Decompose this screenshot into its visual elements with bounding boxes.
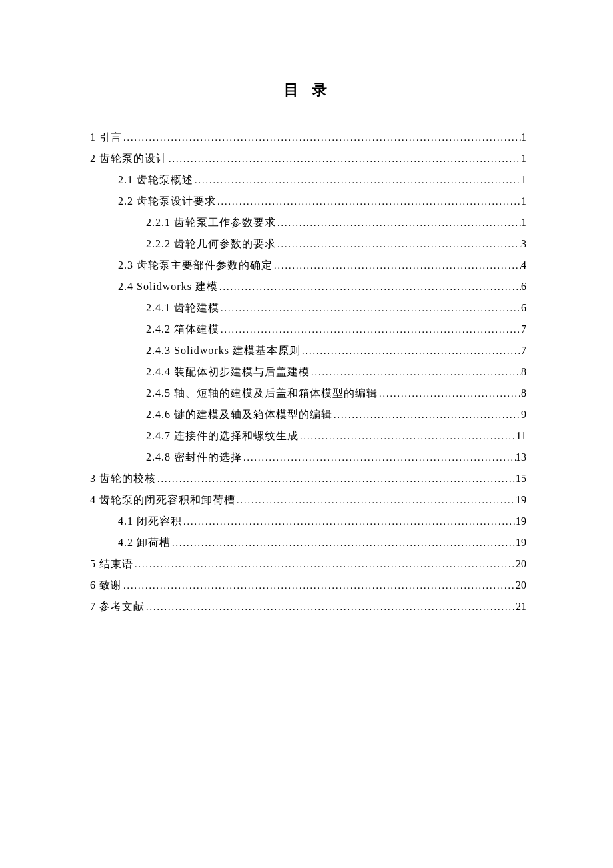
toc-entry: 3 齿轮的校核15: [90, 468, 526, 489]
toc-entry-page: 1: [521, 127, 526, 148]
toc-entry: 4 齿轮泵的闭死容积和卸荷槽19: [90, 489, 526, 511]
toc-leader-dots: [218, 278, 521, 297]
toc-leader-dots: [145, 598, 516, 617]
toc-entry: 2.2.1 齿轮泵工作参数要求1: [90, 212, 526, 233]
toc-leader-dots: [276, 214, 521, 233]
toc-leader-dots: [167, 150, 521, 169]
toc-entry-label: 2.4.6 键的建模及轴及箱体模型的编辑: [146, 404, 332, 425]
toc-entry-page: 15: [516, 468, 526, 489]
toc-entry-label: 2.2.1 齿轮泵工作参数要求: [146, 212, 276, 233]
toc-entry-label: 3 齿轮的校核: [90, 468, 156, 489]
toc-entry-page: 13: [516, 447, 526, 468]
toc-entry: 7 参考文献21: [90, 596, 526, 617]
toc-entry-page: 1: [521, 191, 526, 212]
toc-entry-label: 6 致谢: [90, 575, 122, 596]
toc-entry: 2.4.4 装配体初步建模与后盖建模8: [90, 361, 526, 383]
toc-leader-dots: [273, 257, 521, 275]
toc-leader-dots: [182, 513, 516, 531]
toc-leader-dots: [193, 171, 521, 190]
toc-leader-dots: [122, 129, 521, 147]
toc-entry-label: 2.4.1 齿轮建模: [146, 297, 219, 319]
toc-entry-label: 4.2 卸荷槽: [118, 532, 171, 553]
toc-leader-dots: [310, 363, 521, 382]
toc-leader-dots: [219, 299, 521, 318]
toc-entry-label: 2.4.5 轴、短轴的建模及后盖和箱体模型的编辑: [146, 383, 378, 404]
toc-entry-label: 4 齿轮泵的闭死容积和卸荷槽: [90, 489, 235, 511]
toc-entry-page: 3: [521, 233, 526, 255]
toc-entry: 2 齿轮泵的设计1: [90, 148, 526, 169]
toc-entry: 2.2.2 齿轮几何参数的要求3: [90, 233, 526, 255]
toc-entry-page: 1: [521, 169, 526, 191]
toc-entry-label: 2 齿轮泵的设计: [90, 148, 167, 169]
toc-entry-label: 2.2.2 齿轮几何参数的要求: [146, 233, 276, 255]
toc-entry: 2.4.3 Solidworks 建模基本原则7: [90, 340, 526, 361]
toc-entry-page: 19: [516, 489, 526, 511]
toc-entry-label: 7 参考文献: [90, 596, 145, 617]
toc-leader-dots: [156, 470, 516, 489]
toc-entry-page: 7: [521, 319, 526, 340]
toc-entry: 2.4.1 齿轮建模6: [90, 297, 526, 319]
toc-entry-label: 2.2 齿轮泵设计要求: [118, 191, 216, 212]
toc-entry-label: 4.1 闭死容积: [118, 511, 182, 532]
toc-leader-dots: [219, 321, 521, 339]
toc-entry-label: 2.4.3 Solidworks 建模基本原则: [146, 340, 301, 361]
toc-entry-label: 2.4.7 连接件的选择和螺纹生成: [146, 425, 299, 447]
toc-leader-dots: [332, 406, 521, 425]
toc-entry-page: 1: [521, 148, 526, 169]
toc-entry: 2.4.7 连接件的选择和螺纹生成11: [90, 425, 526, 447]
toc-leader-dots: [378, 385, 521, 403]
toc-entry: 2.1 齿轮泵概述1: [90, 169, 526, 191]
toc-entry: 1 引言1: [90, 127, 526, 148]
toc-leader-dots: [133, 555, 516, 574]
toc-entry-label: 2.3 齿轮泵主要部件参数的确定: [118, 255, 273, 276]
toc-entry: 2.4.8 密封件的选择13: [90, 447, 526, 468]
toc-entry: 4.2 卸荷槽19: [90, 532, 526, 553]
toc-entry-page: 6: [521, 276, 526, 297]
toc-entry-page: 11: [516, 425, 526, 447]
toc-leader-dots: [276, 235, 521, 254]
toc-entry-page: 20: [516, 575, 526, 596]
toc-entry: 2.4.6 键的建模及轴及箱体模型的编辑9: [90, 404, 526, 425]
toc-leader-dots: [122, 577, 516, 595]
toc-entry-page: 7: [521, 340, 526, 361]
toc-entry-label: 2.1 齿轮泵概述: [118, 169, 193, 191]
toc-entry-page: 20: [516, 553, 526, 575]
toc-leader-dots: [242, 449, 516, 467]
toc-leader-dots: [301, 342, 521, 361]
toc-entry-page: 8: [521, 383, 526, 404]
toc-list: 1 引言12 齿轮泵的设计12.1 齿轮泵概述12.2 齿轮泵设计要求12.2.…: [90, 127, 526, 617]
toc-entry-page: 8: [521, 361, 526, 383]
toc-entry: 2.3 齿轮泵主要部件参数的确定4: [90, 255, 526, 276]
toc-entry-page: 21: [516, 596, 526, 617]
toc-entry-label: 2.4.8 密封件的选择: [146, 447, 242, 468]
toc-entry-label: 2.4.4 装配体初步建模与后盖建模: [146, 361, 310, 383]
toc-entry: 2.2 齿轮泵设计要求1: [90, 191, 526, 212]
toc-entry-page: 19: [516, 532, 526, 553]
toc-leader-dots: [299, 427, 516, 446]
toc-entry: 2.4 Solidworks 建模6: [90, 276, 526, 297]
toc-leader-dots: [171, 534, 516, 553]
toc-entry: 4.1 闭死容积19: [90, 511, 526, 532]
toc-title: 目 录: [90, 80, 526, 100]
toc-leader-dots: [235, 491, 516, 510]
toc-entry-page: 6: [521, 297, 526, 319]
toc-entry: 2.4.2 箱体建模7: [90, 319, 526, 340]
toc-entry: 6 致谢20: [90, 575, 526, 596]
toc-entry-page: 4: [521, 255, 526, 276]
toc-entry-label: 1 引言: [90, 127, 122, 148]
toc-entry-label: 2.4.2 箱体建模: [146, 319, 219, 340]
toc-entry-page: 9: [521, 404, 526, 425]
toc-entry: 2.4.5 轴、短轴的建模及后盖和箱体模型的编辑8: [90, 383, 526, 404]
toc-entry-label: 5 结束语: [90, 553, 133, 575]
toc-entry-label: 2.4 Solidworks 建模: [118, 276, 218, 297]
toc-leader-dots: [216, 193, 521, 211]
toc-entry: 5 结束语20: [90, 553, 526, 575]
toc-entry-page: 1: [521, 212, 526, 233]
toc-entry-page: 19: [516, 511, 526, 532]
